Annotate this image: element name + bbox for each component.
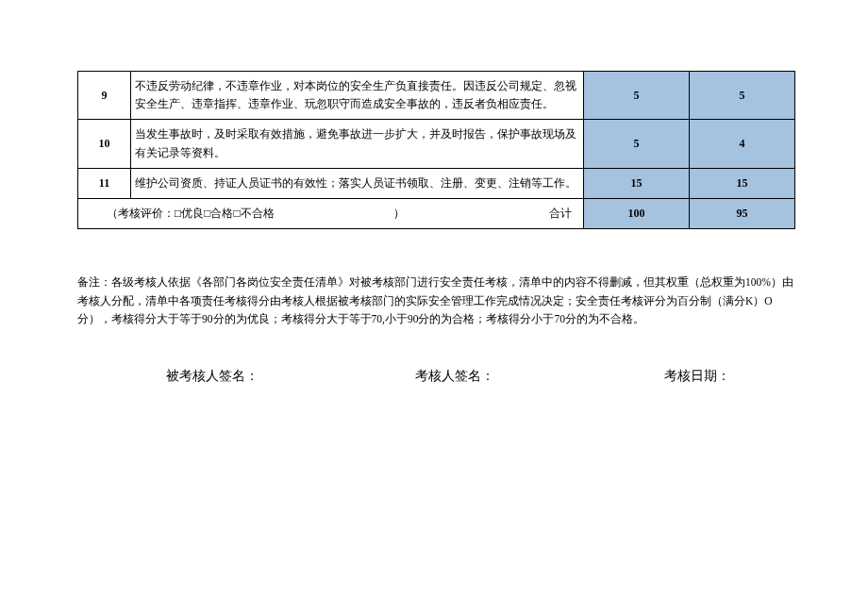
row-desc: 当发生事故时，及时采取有效措施，避免事故进一步扩大，并及时报告，保护事故现场及有…	[131, 120, 584, 168]
summary-row: （考核评价：□优良□合格□不合格 ） 合计 100 95	[78, 198, 795, 228]
row-score: 5	[690, 72, 795, 120]
eval-label: （考核评价：□优良□合格□不合格	[82, 207, 275, 220]
table-row: 10 当发生事故时，及时采取有效措施，避免事故进一步扩大，并及时报告，保护事故现…	[78, 120, 795, 168]
row-index: 10	[78, 120, 131, 168]
row-desc: 不违反劳动纪律，不违章作业，对本岗位的安全生产负直接责任。因违反公司规定、忽视安…	[131, 72, 584, 120]
row-weight: 5	[584, 72, 690, 120]
eval-close: ）	[393, 207, 405, 220]
assessment-table: 9 不违反劳动纪律，不违章作业，对本岗位的安全生产负直接责任。因违反公司规定、忽…	[77, 71, 795, 229]
row-weight: 5	[584, 120, 690, 168]
total-label: 合计	[549, 205, 579, 223]
assessed-sign-label: 被考核人签名：	[166, 368, 259, 385]
total-score: 95	[690, 198, 795, 228]
table-row: 9 不违反劳动纪律，不违章作业，对本岗位的安全生产负直接责任。因违反公司规定、忽…	[78, 72, 795, 120]
row-score: 15	[690, 168, 795, 198]
summary-label-cell: （考核评价：□优良□合格□不合格 ） 合计	[78, 198, 584, 228]
row-score: 4	[690, 120, 795, 168]
row-weight: 15	[584, 168, 690, 198]
row-desc: 维护公司资质、持证人员证书的有效性；落实人员证书领取、注册、变更、注销等工作。	[131, 168, 584, 198]
total-weight: 100	[584, 198, 690, 228]
row-index: 11	[78, 168, 131, 198]
footnote: 备注：各级考核人依据《各部门各岗位安全责任清单》对被考核部门进行安全责任考核，清…	[77, 274, 794, 329]
assess-date-label: 考核日期：	[664, 368, 730, 385]
table-row: 11 维护公司资质、持证人员证书的有效性；落实人员证书领取、注册、变更、注销等工…	[78, 168, 795, 198]
assessment-table-wrap: 9 不违反劳动纪律，不违章作业，对本岗位的安全生产负直接责任。因违反公司规定、忽…	[77, 71, 794, 229]
assessor-sign-label: 考核人签名：	[415, 368, 494, 385]
row-index: 9	[78, 72, 131, 120]
